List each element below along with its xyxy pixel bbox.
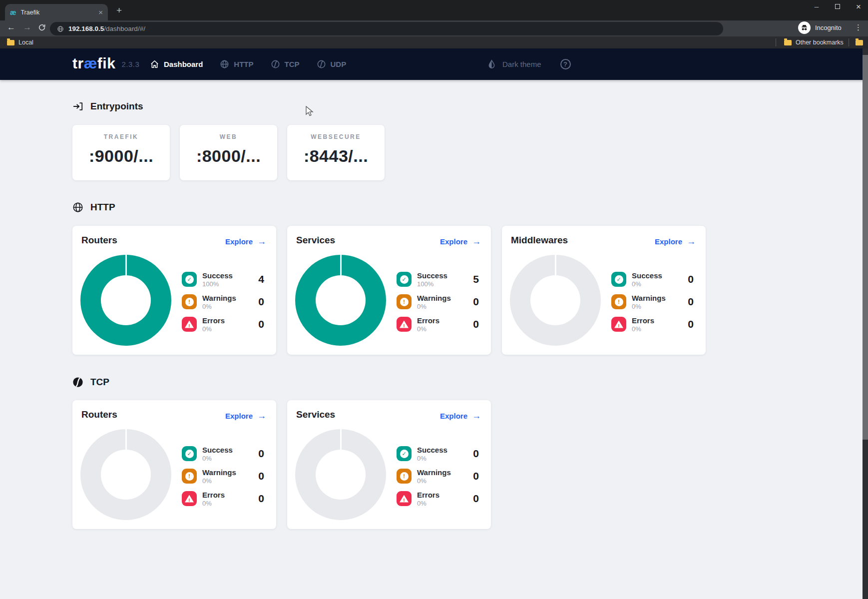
- bookmarks-folder-button[interactable]: [856, 36, 863, 48]
- exclamation-glyph: !: [400, 323, 409, 328]
- reload-button[interactable]: [38, 23, 46, 34]
- question-icon: ?: [563, 60, 567, 68]
- site-info-icon[interactable]: [57, 25, 64, 32]
- legend-row-warnings: ! Warnings0% 0: [182, 466, 264, 487]
- warning-icon: !: [182, 294, 197, 309]
- explore-link[interactable]: Explore →: [225, 411, 266, 421]
- globe-icon: [72, 202, 83, 213]
- nav-label: HTTP: [234, 60, 253, 68]
- success-icon: ✓: [611, 272, 626, 287]
- legend-percent: 0%: [202, 303, 236, 310]
- entrypoint-card[interactable]: TRAEFIK :9000/...: [72, 125, 170, 180]
- other-bookmarks[interactable]: Other bookmarks: [784, 36, 844, 48]
- bookmark-local[interactable]: Local: [7, 36, 33, 48]
- entrypoint-name: WEB: [180, 133, 277, 140]
- entrypoint-card[interactable]: WEB :8000/...: [180, 125, 277, 180]
- folder-icon: [856, 40, 863, 45]
- exclamation-glyph: !: [185, 298, 194, 306]
- close-button[interactable]: ×: [855, 2, 862, 12]
- forward-button[interactable]: →: [23, 22, 31, 32]
- arrow-right-icon: →: [472, 411, 481, 421]
- exclamation-glyph: !: [185, 498, 194, 503]
- dark-theme-toggle[interactable]: Dark theme: [487, 59, 541, 69]
- bookmarks-bar: Local Other bookmarks: [0, 36, 868, 48]
- maximize-button[interactable]: [834, 3, 841, 10]
- explore-link[interactable]: Explore →: [225, 236, 266, 247]
- legend-row-success: ✓ Success100% 5: [397, 269, 479, 290]
- help-button[interactable]: ?: [560, 59, 571, 69]
- card-title: Services: [296, 409, 335, 420]
- mouse-cursor: [305, 106, 315, 117]
- warning-icon: !: [397, 469, 412, 484]
- legend-label: Success: [202, 271, 233, 280]
- tcp-cards-row: Routers Explore → ✓ Success0% 0 ! Warnin…: [72, 400, 502, 529]
- section-title: TCP: [90, 377, 109, 388]
- card-title: Services: [296, 235, 335, 246]
- entrypoints-icon: [72, 101, 83, 112]
- navbar-right: Dark theme ?: [487, 48, 571, 80]
- http-heading: HTTP: [72, 202, 115, 213]
- nav-tcp[interactable]: TCP: [271, 59, 300, 69]
- error-icon: !: [397, 491, 412, 506]
- warning-icon: !: [182, 469, 197, 484]
- browser-menu-icon[interactable]: ⋮: [855, 23, 862, 32]
- entrypoint-card[interactable]: WEBSECURE :8443/...: [287, 125, 385, 180]
- legend-row-success: ✓ Success0% 0: [397, 443, 479, 464]
- check-glyph: ✓: [615, 275, 623, 284]
- tab-close-icon[interactable]: ×: [98, 8, 103, 16]
- incognito-label: Incognito: [815, 24, 842, 31]
- legend-label: Success: [632, 271, 662, 280]
- legend-row-errors: ! Errors0% 0: [182, 314, 264, 335]
- warning-icon: !: [611, 294, 626, 309]
- legend-percent: 100%: [202, 280, 233, 288]
- warning-triangle-glyph: !: [400, 495, 409, 503]
- entrypoint-port: :8443/...: [287, 146, 385, 166]
- scrollbar-thumb[interactable]: [863, 55, 868, 440]
- donut-chart: [80, 255, 171, 346]
- explore-link[interactable]: Explore →: [655, 236, 696, 247]
- nav-dashboard[interactable]: Dashboard: [150, 59, 203, 69]
- legend-row-errors: ! Errors0% 0: [397, 488, 479, 509]
- legend-value: 0: [258, 493, 264, 505]
- legend-row-success: ✓ Success0% 0: [611, 269, 694, 290]
- success-icon: ✓: [182, 272, 197, 287]
- explore-label: Explore: [440, 412, 467, 420]
- legend-percent: 0%: [632, 303, 666, 310]
- entrypoint-port: :8000/...: [180, 146, 277, 166]
- legend-row-warnings: ! Warnings0% 0: [397, 466, 479, 487]
- warning-triangle-glyph: !: [185, 495, 194, 503]
- browser-tab[interactable]: æ Traefik ×: [5, 4, 108, 20]
- minimize-button[interactable]: ─: [813, 3, 820, 10]
- legend-label: Warnings: [632, 294, 666, 302]
- stat-card: Services Explore → ✓ Success100% 5 ! War…: [287, 226, 491, 355]
- legend-percent: 100%: [417, 280, 447, 288]
- home-icon: [150, 59, 159, 69]
- nav-http[interactable]: HTTP: [220, 59, 253, 69]
- logo-text: fik: [97, 55, 116, 71]
- nav-label: UDP: [331, 60, 347, 68]
- explore-link[interactable]: Explore →: [440, 411, 481, 421]
- section-title: HTTP: [90, 202, 115, 213]
- section-title: Entrypoints: [90, 101, 143, 112]
- nav-udp[interactable]: UDP: [317, 59, 347, 69]
- legend-value: 0: [258, 296, 264, 308]
- success-icon: ✓: [397, 272, 412, 287]
- legend-percent: 0%: [202, 455, 233, 462]
- new-tab-button[interactable]: +: [116, 5, 122, 16]
- warning-triangle-glyph: !: [400, 321, 409, 328]
- legend-label: Errors: [417, 316, 439, 325]
- screen: æ Traefik × + ─ × ← →: [0, 0, 868, 599]
- scrollbar-track[interactable]: [863, 48, 868, 599]
- exclamation-glyph: !: [400, 472, 409, 481]
- dark-theme-label: Dark theme: [502, 60, 541, 68]
- url-bar[interactable]: 192.168.0.5/dashboard/#/: [50, 22, 723, 35]
- legend-label: Warnings: [417, 294, 451, 302]
- legend-value: 0: [473, 318, 479, 330]
- incognito-badge: Incognito: [798, 21, 842, 34]
- explore-link[interactable]: Explore →: [440, 236, 481, 247]
- arrow-right-icon: →: [472, 236, 481, 247]
- back-button[interactable]: ←: [7, 22, 15, 32]
- legend-percent: 0%: [632, 325, 654, 333]
- browser-toolbar: ← → 192.168.0.5/dashboard/#/: [0, 20, 868, 36]
- stat-card: Services Explore → ✓ Success0% 0 ! Warni…: [287, 400, 491, 529]
